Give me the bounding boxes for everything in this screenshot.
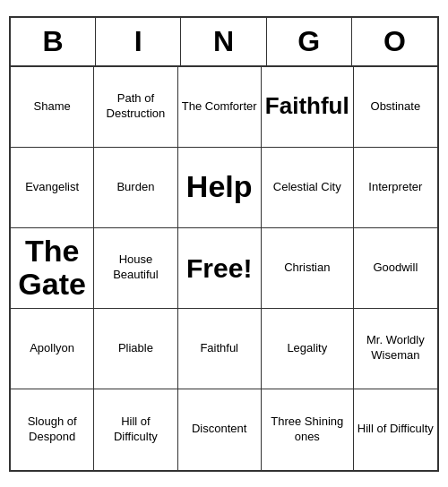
bingo-header: BINGO (11, 18, 437, 67)
header-letter: I (96, 18, 181, 65)
bingo-cell: Burden (94, 148, 177, 228)
bingo-card: BINGO ShamePath of DestructionThe Comfor… (9, 16, 439, 472)
bingo-cell: Obstinate (354, 67, 437, 148)
bingo-cell: The Gate (11, 228, 94, 309)
bingo-cell: Path of Destruction (94, 67, 177, 148)
bingo-cell: Three Shining ones (262, 389, 354, 470)
bingo-cell: The Comforter (178, 67, 262, 148)
bingo-cell: Hill of Difficulty (94, 389, 177, 470)
bingo-cell: Faithful (178, 309, 262, 389)
bingo-cell: Hill of Difficulty (354, 389, 437, 470)
bingo-cell: Apollyon (11, 309, 94, 389)
bingo-cell: Faithful (262, 67, 354, 148)
bingo-cell: Free! (178, 228, 262, 309)
bingo-cell: Pliable (94, 309, 177, 389)
bingo-cell: House Beautiful (94, 228, 177, 309)
bingo-cell: Shame (11, 67, 94, 148)
bingo-cell: Evangelist (11, 148, 94, 228)
bingo-cell: Christian (262, 228, 354, 309)
bingo-grid: ShamePath of DestructionThe ComforterFai… (11, 67, 437, 470)
bingo-cell: Legality (262, 309, 354, 389)
bingo-cell: Goodwill (354, 228, 437, 309)
bingo-cell: Celestial City (262, 148, 354, 228)
bingo-cell: Slough of Despond (11, 389, 94, 470)
bingo-cell: Mr. Worldly Wiseman (354, 309, 437, 389)
bingo-cell: Discontent (178, 389, 262, 470)
bingo-cell: Help (178, 148, 262, 228)
header-letter: G (267, 18, 352, 65)
header-letter: B (11, 18, 96, 65)
header-letter: N (181, 18, 266, 65)
bingo-cell: Interpreter (354, 148, 437, 228)
header-letter: O (352, 18, 437, 65)
